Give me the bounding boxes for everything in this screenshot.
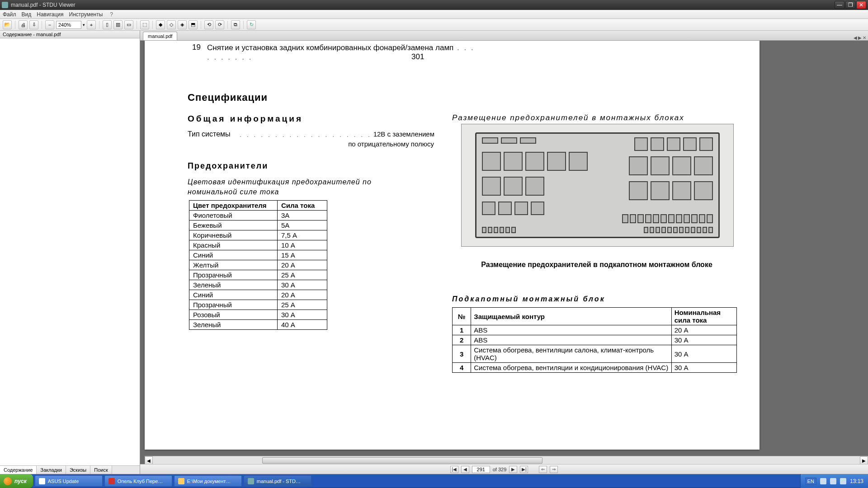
tab-thumbnails[interactable]: Эскизы: [66, 466, 90, 474]
menu-view[interactable]: Вид: [22, 11, 32, 18]
table-row: 3Система обогрева, вентиляции салона, кл…: [453, 345, 737, 363]
underhood-table: №Защищаемый контурНоминальная сила тока …: [452, 307, 737, 373]
app-icon: [2, 2, 8, 8]
taskbar: пуск ASUS Update Опель Клуб Пере… E:\Мои…: [0, 474, 868, 488]
single-page-icon[interactable]: ▯: [103, 20, 112, 29]
table-row: Синий20 А: [189, 290, 327, 300]
page-input[interactable]: [472, 466, 490, 473]
tray-icon[interactable]: [820, 478, 826, 484]
app-icon: [248, 478, 254, 484]
zoom-in-icon[interactable]: +: [87, 20, 96, 29]
maximize-button[interactable]: ❐: [845, 1, 855, 9]
menu-nav[interactable]: Навигация: [37, 11, 63, 18]
titlebar: manual.pdf - STDU Viewer — ❐ ✕: [0, 0, 868, 10]
tab-search[interactable]: Поиск: [90, 466, 112, 474]
doctab-next-icon[interactable]: ▶: [858, 35, 862, 40]
continuous-icon[interactable]: ▥: [113, 20, 123, 29]
doctab-close-icon[interactable]: ✕: [863, 35, 866, 40]
prev-page-icon[interactable]: ◀: [461, 466, 469, 473]
viewer: 19 Снятие и установка задних комбинирова…: [140, 41, 868, 464]
main: manual.pdf ◀ ▶ ✕ 19 Снятие и установка з…: [140, 31, 868, 474]
table-row: Прозрачный25 А: [189, 300, 327, 310]
print-icon[interactable]: 🖨: [19, 20, 28, 29]
menu-tools[interactable]: Инструменты: [69, 11, 103, 18]
page-total: of 329: [493, 467, 507, 472]
h-scrollbar[interactable]: ◀ ▶: [145, 456, 868, 464]
minimize-button[interactable]: —: [835, 1, 844, 9]
table-row: Бежевый5A: [189, 221, 327, 230]
heading-fuse: Предохранители: [188, 161, 268, 171]
toolbar: 📂 🖨 ⇩ − ▾ + ▯ ▥ ▭ ⬚ ◆ ◇ ◈ ⬒ ⟲ ⟳ ⧉ ↻: [0, 19, 868, 31]
folder-icon: [178, 478, 184, 484]
scroll-area[interactable]: 19 Снятие и установка задних комбинирова…: [140, 41, 868, 464]
facing-icon[interactable]: ▭: [124, 20, 133, 29]
sys-label: Тип системы: [188, 130, 231, 138]
back-icon[interactable]: ⟲: [204, 20, 213, 29]
start-button[interactable]: пуск: [0, 474, 33, 488]
tab-contents[interactable]: Содержание: [0, 466, 37, 474]
heading-general: Общая информация: [188, 114, 303, 124]
table-row: 4Система обогрева, вентиляции и кондицио…: [453, 363, 737, 373]
app-icon: [39, 478, 45, 484]
sidebar-body[interactable]: [0, 38, 140, 465]
last-page-icon[interactable]: ▶|: [520, 466, 528, 473]
nav-fwd-icon[interactable]: ⇒: [550, 466, 558, 473]
copy-icon[interactable]: ⧉: [231, 20, 240, 29]
doctab-bar: manual.pdf ◀ ▶ ✕: [140, 31, 868, 41]
hscroll-right-icon[interactable]: ▶: [860, 456, 868, 464]
sidebar-tabs: Содержание Закладки Эскизы Поиск: [0, 465, 140, 474]
table-row: Фиолетовый3A: [189, 211, 327, 221]
zoom-dropdown-icon[interactable]: ▾: [83, 23, 85, 27]
tool-c-icon[interactable]: ◈: [178, 20, 187, 29]
taskbar-item[interactable]: manual.pdf - STD…: [244, 475, 311, 487]
doctab[interactable]: manual.pdf: [143, 32, 177, 40]
next-page-icon[interactable]: ▶: [509, 466, 517, 473]
workspace: Содержание - manual.pdf Содержание Закла…: [0, 31, 868, 474]
export-icon[interactable]: ⇩: [29, 20, 38, 29]
forward-icon[interactable]: ⟳: [215, 20, 224, 29]
tool-b-icon[interactable]: ◇: [167, 20, 176, 29]
lang-indicator[interactable]: EN: [805, 478, 816, 485]
pdf-page: 19 Снятие и установка задних комбинирова…: [145, 41, 760, 450]
menu-help[interactable]: ?: [110, 11, 113, 18]
tab-bookmarks[interactable]: Закладки: [37, 466, 66, 474]
zoom-box: ▾: [56, 21, 85, 29]
close-button[interactable]: ✕: [856, 1, 866, 9]
tray-icon[interactable]: [830, 478, 836, 484]
taskbar-item[interactable]: E:\Мои документ…: [174, 475, 242, 487]
sys-val2: по отрицательному полюсу: [326, 140, 434, 148]
heading-placement: Размещение предохранителей в монтажных б…: [452, 113, 684, 122]
table-row: Желтый20 А: [189, 260, 327, 270]
tool-d-icon[interactable]: ⬒: [189, 20, 198, 29]
table-row: Синий15 А: [189, 250, 327, 260]
taskbar-item[interactable]: Опель Клуб Пере…: [104, 475, 172, 487]
heading-underhood: Подкапотный монтажный блок: [452, 295, 605, 303]
zoom-input[interactable]: [56, 21, 81, 29]
table-row: Зеленый40 А: [189, 320, 327, 330]
doctab-prev-icon[interactable]: ◀: [854, 35, 857, 40]
select-icon[interactable]: ⬚: [140, 20, 149, 29]
first-page-icon[interactable]: |◀: [450, 466, 458, 473]
table-row: Зеленый30 А: [189, 280, 327, 290]
system-tray: EN 13:13: [800, 474, 868, 488]
table-row: Коричневый7,5 А: [189, 230, 327, 240]
table-row: Розовый30 А: [189, 310, 327, 320]
table-row: 1ABS20 А: [453, 325, 737, 335]
page-nav-bar: |◀ ◀ of 329 ▶ ▶| ⇐ ⇒: [140, 464, 868, 474]
tray-icon[interactable]: [840, 478, 846, 484]
menu-file[interactable]: Файл: [3, 11, 16, 18]
nav-back-icon[interactable]: ⇐: [539, 466, 547, 473]
hscroll-thumb[interactable]: [262, 457, 542, 464]
hscroll-left-icon[interactable]: ◀: [145, 456, 153, 464]
heading-spec: Спецификации: [188, 92, 268, 103]
tool-a-icon[interactable]: ◆: [156, 20, 165, 29]
clock[interactable]: 13:13: [850, 478, 863, 484]
zoom-out-icon[interactable]: −: [45, 20, 54, 29]
window-title: manual.pdf - STDU Viewer: [11, 2, 834, 8]
refresh-icon[interactable]: ↻: [247, 20, 256, 29]
taskbar-item[interactable]: ASUS Update: [35, 475, 103, 487]
open-icon[interactable]: 📂: [3, 20, 12, 29]
sidebar: Содержание - manual.pdf Содержание Закла…: [0, 31, 140, 474]
sidebar-header: Содержание - manual.pdf: [0, 31, 140, 38]
fusebox-caption: Размещение предохранителей в подкапотном…: [461, 260, 732, 269]
